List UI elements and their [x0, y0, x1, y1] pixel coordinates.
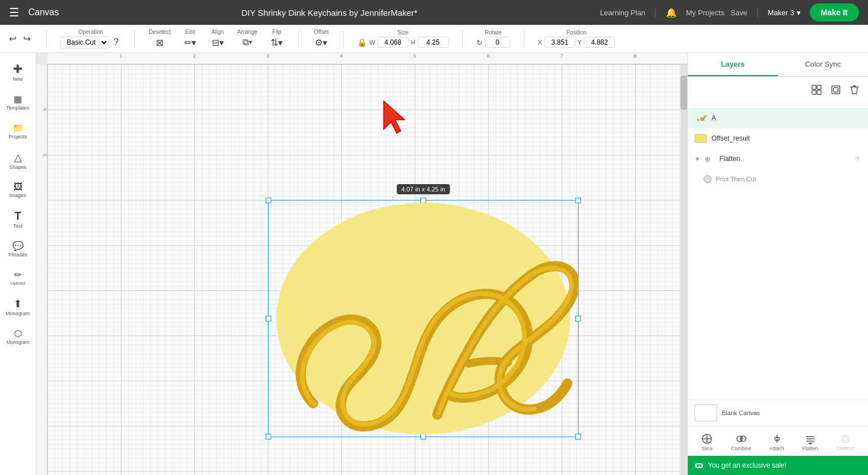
y-input[interactable]: [584, 37, 615, 48]
undo-button[interactable]: ↩: [7, 32, 19, 45]
sidebar-item-images[interactable]: 🖼 Images: [2, 177, 34, 203]
combine-button[interactable]: Combine: [728, 431, 755, 454]
make-it-button[interactable]: Make It: [810, 3, 859, 21]
editable-images-label: Upload: [11, 281, 25, 286]
position-controls: X Y: [538, 37, 615, 48]
ruler-mark-3: 3: [266, 53, 269, 60]
canvas-scroll[interactable]: JENNIFERMAKER 4.07 in x 4.25 in: [47, 64, 687, 475]
canvas-grid: JENNIFERMAKER 4.07 in x 4.25 in: [47, 64, 687, 475]
notifications-icon[interactable]: 🔔: [666, 7, 677, 18]
arrange-button[interactable]: ⧉▾: [240, 36, 255, 49]
phrases-icon: 💬: [12, 241, 24, 251]
contour-button: Contour: [833, 431, 858, 454]
sidebar-item-upload[interactable]: ⬆ Monogram: [2, 293, 34, 321]
sale-text: You get an exclusive sale!: [708, 461, 786, 469]
flatten-expand-icon: ▼: [695, 156, 700, 162]
canvas-area[interactable]: 1 2 3 4 5 6 7 8 9 5 5 JENNIFERMAKER: [36, 53, 687, 475]
nav-divider-2: |: [756, 7, 758, 18]
combine-icon: [736, 433, 747, 445]
layer-flatten-name: Flatten: [719, 155, 850, 163]
monogram-icon: ⬡: [14, 328, 22, 339]
ruler-mark-1: 1: [119, 53, 122, 60]
ruler-mark-4: 4: [340, 53, 342, 60]
sidebar-item-templates[interactable]: ▦ Templates: [2, 89, 34, 116]
contour-label: Contour: [836, 446, 854, 451]
edit-button[interactable]: ✏▾: [182, 36, 198, 49]
letter-svg: [268, 200, 579, 437]
arrange-group: Arrange ⧉▾: [237, 29, 258, 49]
upload-label: Monogram: [6, 311, 30, 317]
sidebar-item-phrases[interactable]: 💬 Phrases: [2, 236, 34, 263]
size-controls: 🔒 W H: [357, 37, 448, 48]
shapes-label: Shapes: [9, 165, 27, 171]
deselect-button[interactable]: ⊠: [154, 36, 166, 49]
flatten-button[interactable]: Flatten: [799, 431, 822, 454]
canvas-scrollbar-thumb[interactable]: [680, 76, 687, 110]
lock-icon[interactable]: 🔒: [357, 38, 367, 47]
projects-label: Projects: [8, 134, 27, 140]
sale-banner[interactable]: 🎟 You get an exclusive sale!: [688, 456, 868, 475]
svg-rect-2: [812, 85, 816, 89]
sidebar-item-shapes[interactable]: △ Shapes: [2, 147, 34, 175]
ruler-mark-7: 7: [560, 53, 563, 60]
width-input[interactable]: [377, 37, 409, 48]
right-panel: Layers Color Sync: [687, 53, 868, 475]
operation-group: Operation Basic Cut ?: [60, 29, 121, 49]
rotate-input[interactable]: [485, 37, 510, 48]
edit-group: Edit ✏▾: [182, 29, 198, 49]
layer-item-offset[interactable]: Offset_result: [688, 128, 868, 149]
new-label: New: [12, 77, 23, 82]
ruler-mark-5: 5: [413, 53, 416, 60]
rotate-icon: ↻: [476, 38, 483, 47]
redo-button[interactable]: ↪: [21, 32, 33, 45]
canvas-scrollbar[interactable]: [680, 64, 687, 475]
svg-rect-3: [817, 85, 821, 89]
panel-tabs: Layers Color Sync: [688, 53, 868, 77]
sidebar-item-new[interactable]: ✚ New: [2, 58, 34, 87]
y-label: Y: [578, 39, 581, 46]
ungroup-button[interactable]: [828, 82, 843, 99]
images-label: Images: [10, 193, 27, 199]
bottom-toolbar: Slice Combine Attach: [688, 426, 868, 456]
toolbar-sep-4: [343, 30, 344, 47]
combine-label: Combine: [731, 446, 752, 451]
height-input[interactable]: [418, 37, 449, 48]
tab-color-sync[interactable]: Color Sync: [778, 53, 869, 76]
delete-button[interactable]: [848, 82, 861, 99]
sidebar-item-editable-images[interactable]: ✏ Upload: [2, 265, 34, 291]
tab-layers[interactable]: Layers: [688, 53, 778, 76]
slice-icon: [701, 433, 713, 445]
layer-item-flatten[interactable]: ▼ ⊕ Flatten 👁: [688, 149, 868, 169]
ruler-mark-6: 6: [487, 53, 489, 60]
group-button[interactable]: [809, 82, 824, 99]
sidebar-item-monogram[interactable]: ⬡ Monogram: [2, 324, 34, 350]
left-sidebar: ✚ New ▦ Templates 📁 Projects △ Shapes 🖼 …: [0, 53, 36, 475]
offset-button[interactable]: ⚙▾: [313, 36, 329, 49]
flatten-eye-icon[interactable]: 👁: [854, 155, 861, 163]
layers-list: 𝒜 A Offset_result ▼ ⊕ Flatten 👁 Print Th…: [688, 106, 868, 399]
design-container[interactable]: 4.07 in x 4.25 in: [268, 200, 579, 437]
rotate-label: Rotate: [485, 29, 501, 36]
align-button[interactable]: ⊟▾: [210, 36, 226, 49]
x-input[interactable]: [544, 37, 575, 48]
operation-label: Operation: [78, 29, 103, 35]
slice-button[interactable]: Slice: [698, 431, 716, 454]
operation-select[interactable]: Basic Cut: [60, 36, 109, 49]
text-label: Text: [13, 224, 23, 229]
my-projects-link[interactable]: My Projects Save: [686, 8, 747, 17]
svg-point-19: [843, 437, 848, 441]
learning-plan-link[interactable]: Learning Plan: [600, 8, 645, 17]
layer-item-print-then-cut[interactable]: Print Then Cut: [688, 169, 868, 189]
sidebar-item-projects[interactable]: 📁 Projects: [2, 118, 34, 145]
layer-item-a[interactable]: 𝒜 A: [688, 108, 868, 128]
toolbar-sep-5: [462, 30, 463, 47]
sidebar-item-text[interactable]: T Text: [2, 205, 34, 234]
ruler-mark-8: 8: [633, 53, 636, 60]
attach-button[interactable]: Attach: [766, 431, 788, 454]
layer-offset-color: [695, 134, 707, 143]
svg-marker-1: [384, 101, 405, 133]
operation-help-button[interactable]: ?: [111, 36, 121, 49]
flip-button[interactable]: ⇅▾: [268, 36, 285, 49]
machine-selector[interactable]: Maker 3 ▾: [768, 8, 801, 17]
menu-icon[interactable]: ☰: [9, 6, 19, 19]
